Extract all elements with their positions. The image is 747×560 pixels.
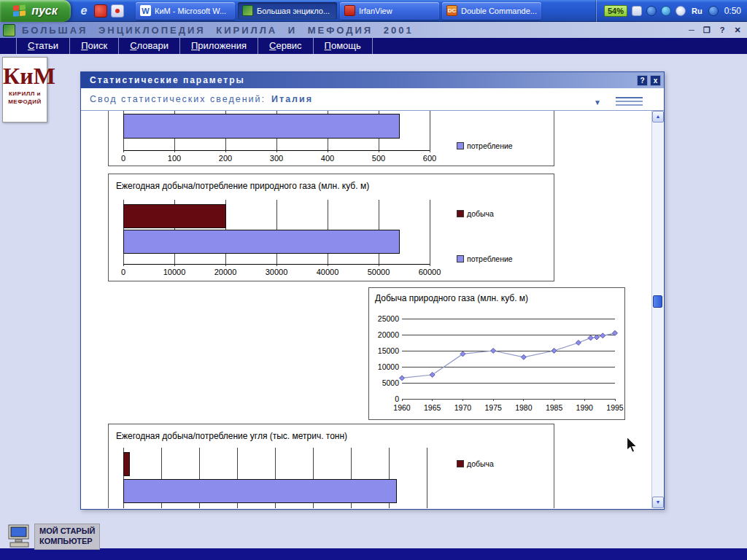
irfanview-quick-icon[interactable] xyxy=(94,4,107,18)
minimize-icon[interactable]: ─ xyxy=(686,26,697,35)
svg-text:400: 400 xyxy=(321,154,334,163)
word-icon: W xyxy=(140,5,151,16)
svg-text:10000: 10000 xyxy=(163,268,186,276)
publisher-logo: КиМ КИРИЛЛ и МЕФОДИЙ xyxy=(2,57,47,122)
svg-text:25000: 25000 xyxy=(378,314,399,323)
menu-dictionaries[interactable]: Словари xyxy=(119,38,180,54)
menu-help[interactable]: Помощь xyxy=(314,38,373,54)
svg-text:600: 600 xyxy=(423,154,436,163)
svg-text:1960: 1960 xyxy=(393,403,411,412)
desktop-icon-my-computer[interactable]: МОЙ СТАРЫЙ КОМПЬЮТЕР xyxy=(6,524,100,550)
bottom-bar xyxy=(0,548,747,560)
power-icon[interactable] xyxy=(632,6,642,16)
chart-coal-production-consumption: Ежегодная добыча/потребление угля (тыс. … xyxy=(108,424,554,508)
taskbar-button-encyclopedia[interactable]: Большая энцикло... xyxy=(238,2,337,20)
menu-lines-icon[interactable] xyxy=(616,97,643,106)
app-quick-icon[interactable] xyxy=(111,4,124,18)
svg-text:1965: 1965 xyxy=(424,403,441,412)
statistics-dialog: Статистические параметры ? x Свод статис… xyxy=(80,71,665,510)
battery-percentage-badge[interactable]: 54% xyxy=(604,5,627,17)
taskbar-button-double-commander[interactable]: DC Double Commande... xyxy=(442,2,541,20)
svg-text:1970: 1970 xyxy=(454,403,472,412)
chevron-down-icon[interactable]: ▼ xyxy=(594,99,601,106)
svg-text:потребление: потребление xyxy=(467,141,513,150)
chart-consumption-partial: 0100200300400500600потребление xyxy=(108,111,554,166)
logo-line: КИРИЛЛ и xyxy=(3,90,47,97)
start-label: пуск xyxy=(31,4,58,18)
svg-text:1980: 1980 xyxy=(515,403,533,412)
taskbar: пуск e W КиМ - Microsoft W... Большая эн… xyxy=(0,0,747,22)
start-button[interactable]: пуск xyxy=(0,0,71,22)
desktop-icon-line: КОМПЬЮТЕР xyxy=(39,537,95,547)
menu-service[interactable]: Сервис xyxy=(258,38,314,54)
svg-text:Ежегодная добыча/потребление у: Ежегодная добыча/потребление угля (тыс. … xyxy=(116,431,347,441)
svg-text:1985: 1985 xyxy=(546,403,563,412)
language-indicator[interactable]: Ru xyxy=(690,7,704,15)
svg-text:60000: 60000 xyxy=(419,268,441,276)
dialog-help-button[interactable]: ? xyxy=(637,75,648,86)
svg-text:Ежегодная добыча/потребление п: Ежегодная добыча/потребление природного … xyxy=(116,181,369,191)
statistics-content: 0100200300400500600потребление Ежегодная… xyxy=(82,111,651,508)
ie-icon[interactable]: e xyxy=(77,4,90,18)
volume-icon[interactable] xyxy=(676,6,686,16)
task-label: Большая энцикло... xyxy=(257,7,330,15)
logo-monogram: КиМ xyxy=(3,63,47,89)
desktop-icon-line: МОЙ СТАРЫЙ xyxy=(39,526,95,537)
task-label: Double Commande... xyxy=(461,7,537,15)
svg-text:50000: 50000 xyxy=(368,268,390,276)
taskbar-clock: 0:50 xyxy=(724,6,741,16)
svg-text:добыча: добыча xyxy=(467,209,494,218)
app-icon xyxy=(3,24,15,36)
svg-text:100: 100 xyxy=(168,154,181,163)
update-icon[interactable] xyxy=(661,6,671,16)
network-icon[interactable] xyxy=(646,6,657,16)
scroll-down-icon[interactable]: ▼ xyxy=(652,497,664,508)
system-tray: 54% Ru 0:50 xyxy=(596,0,747,22)
task-label: КиМ - Microsoft W... xyxy=(155,7,226,15)
dialog-titlebar[interactable]: Статистические параметры ? x xyxy=(81,72,664,88)
dialog-close-button[interactable]: x xyxy=(650,75,661,86)
irfanview-icon xyxy=(344,5,355,16)
vertical-scrollbar[interactable]: ▲ ▼ xyxy=(651,111,663,508)
svg-text:1995: 1995 xyxy=(606,403,624,412)
chart-gas-production-consumption: Ежегодная добыча/потребление природного … xyxy=(108,174,554,281)
svg-text:1990: 1990 xyxy=(576,403,594,412)
task-label: IrfanView xyxy=(359,7,392,15)
windows-logo-icon xyxy=(13,4,27,18)
menu-applications[interactable]: Приложения xyxy=(180,38,258,54)
svg-text:40000: 40000 xyxy=(317,268,339,276)
menu-articles[interactable]: Статьи xyxy=(16,38,70,54)
desktop-icon-label: МОЙ СТАРЫЙ КОМПЬЮТЕР xyxy=(34,524,100,550)
menu-search[interactable]: Поиск xyxy=(70,38,119,54)
connection-icon[interactable] xyxy=(708,6,719,16)
window-controls: ─ ❐ ? ✕ xyxy=(686,26,743,35)
app-title: БОЛЬШАЯ ЭНЦИКЛОПЕДИЯ КИРИЛЛА И МЕФОДИЯ 2… xyxy=(22,25,686,36)
dialog-header: Свод статистических сведений: Италия xyxy=(81,88,664,111)
svg-text:200: 200 xyxy=(219,154,232,163)
svg-text:10000: 10000 xyxy=(378,362,399,371)
svg-text:потребление: потребление xyxy=(467,254,513,263)
taskbar-button-irfanview[interactable]: IrfanView xyxy=(340,2,439,20)
country-value: Италия xyxy=(271,94,313,104)
quick-launch: e xyxy=(77,4,124,18)
menubar: Статьи Поиск Словари Приложения Сервис П… xyxy=(0,38,747,54)
scrollbar-thumb[interactable] xyxy=(653,295,662,308)
close-icon[interactable]: ✕ xyxy=(732,26,743,35)
svg-text:Добыча природного газа (млн. к: Добыча природного газа (млн. куб. м) xyxy=(375,293,528,303)
svg-text:0: 0 xyxy=(121,154,125,163)
scroll-up-icon[interactable]: ▲ xyxy=(652,111,664,122)
logo-line: МЕФОДИЙ xyxy=(3,98,47,105)
taskbar-button-word[interactable]: W КиМ - Microsoft W... xyxy=(136,2,235,20)
app-titlebar: БОЛЬШАЯ ЭНЦИКЛОПЕДИЯ КИРИЛЛА И МЕФОДИЯ 2… xyxy=(0,22,747,38)
svg-text:20000: 20000 xyxy=(378,330,399,339)
svg-text:500: 500 xyxy=(372,154,385,163)
help-icon[interactable]: ? xyxy=(717,26,727,35)
summary-label: Свод статистических сведений: xyxy=(90,94,266,104)
chart-gas-production-line: Добыча природного газа (млн. куб. м)0500… xyxy=(368,287,625,420)
svg-text:добыча: добыча xyxy=(467,459,494,468)
restore-icon[interactable]: ❐ xyxy=(702,26,712,35)
svg-text:20000: 20000 xyxy=(214,268,237,276)
task-buttons: W КиМ - Microsoft W... Большая энцикло..… xyxy=(136,2,541,20)
svg-text:1975: 1975 xyxy=(484,403,502,412)
double-commander-icon: DC xyxy=(446,5,457,16)
